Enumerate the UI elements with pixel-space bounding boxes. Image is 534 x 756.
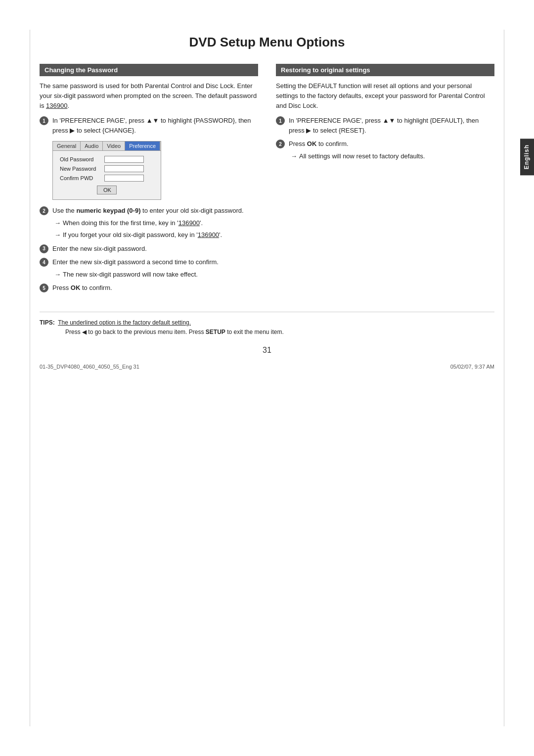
right-step-number-2: 2 [276, 140, 285, 148]
step-3-content: Enter the new six-digit password. [52, 244, 258, 254]
footer-right: 05/02/07, 9:37 AM [450, 364, 494, 370]
page-number: 31 [40, 346, 494, 355]
dvd-field-confirm-label: Confirm PWD [60, 175, 104, 181]
default-password: 136900 [46, 102, 67, 109]
dvd-ui-body: Old Password New Password Confirm PWD OK [53, 151, 161, 199]
dvd-field-new-label: New Password [60, 166, 104, 172]
tips-section: TIPS: The underlined option is the facto… [40, 312, 494, 337]
dvd-field-old-password: Old Password [60, 156, 154, 163]
arrow-symbol-4: → [291, 151, 297, 161]
dvd-tab-audio: Audio [81, 142, 103, 150]
margin-line-right [504, 30, 504, 726]
tips-label: TIPS: The underlined option is the facto… [40, 319, 191, 326]
step-4-arrow-1-text: The new six-digit password will now take… [63, 270, 198, 280]
page-footer: 01-35_DVP4080_4060_4050_55_Eng 31 05/02/… [40, 364, 494, 370]
step-4-arrow-1: → The new six-digit password will now ta… [54, 270, 258, 280]
step-number-4: 4 [40, 258, 48, 267]
right-step-2: 2 Press OK to confirm. → All settings wi… [276, 139, 494, 161]
step-2-arrow-2: → If you forget your old six-digit passw… [54, 230, 258, 240]
dvd-field-confirm-input [104, 175, 144, 182]
dvd-tabs: General Audio Video Preference [53, 142, 161, 151]
dvd-ok-button: OK [97, 186, 117, 194]
right-section-intro: Setting the DEFAULT function will reset … [276, 81, 494, 111]
right-column: Restoring to original settings Setting t… [276, 64, 494, 297]
right-step-2-arrow-text: All settings will now reset to factory d… [299, 151, 425, 161]
step-2-arrow-1-text: When doing this for the first time, key … [63, 218, 203, 228]
step-2-arrow-1: → When doing this for the first time, ke… [54, 218, 258, 228]
dvd-tab-video: Video [103, 142, 125, 150]
step-number-2: 2 [40, 206, 48, 215]
footer-left: 01-35_DVP4080_4060_4050_55_Eng 31 [40, 364, 139, 370]
step-5-content: Press OK to confirm. [52, 283, 258, 293]
step-1: 1 In 'PREFERENCE PAGE', press ▲▼ to high… [40, 116, 258, 135]
arrow-symbol-1: → [54, 218, 61, 228]
step-5: 5 Press OK to confirm. [40, 283, 258, 293]
content-columns: Changing the Password The same password … [40, 64, 494, 297]
step-number-5: 5 [40, 284, 48, 292]
dvd-field-confirm: Confirm PWD [60, 175, 154, 182]
right-step-2-content: Press OK to confirm. → All settings will… [289, 139, 494, 161]
dvd-field-new-input [104, 165, 144, 172]
dvd-field-old-label: Old Password [60, 156, 104, 162]
page-title: DVD Setup Menu Options [40, 35, 494, 50]
tips-underline: The underlined option is the factory def… [58, 319, 191, 326]
step-2-content: Use the numeric keypad (0-9) to enter yo… [52, 206, 258, 240]
step-number-1: 1 [40, 116, 48, 125]
page-container: English DVD Setup Menu Options Changing … [0, 0, 534, 756]
step-1-content: In 'PREFERENCE PAGE', press ▲▼ to highli… [52, 116, 258, 135]
dvd-field-new-password: New Password [60, 165, 154, 172]
step-4: 4 Enter the new six-digit password a sec… [40, 257, 258, 279]
arrow-symbol-3: → [54, 270, 61, 280]
step-4-content: Enter the new six-digit password a secon… [52, 257, 258, 279]
right-step-1-content: In 'PREFERENCE PAGE', press ▲▼ to highli… [289, 116, 494, 135]
margin-line-left [30, 30, 30, 726]
right-step-2-arrow: → All settings will now reset to factory… [291, 151, 494, 161]
left-column: Changing the Password The same password … [40, 64, 258, 297]
right-step-number-1: 1 [276, 116, 285, 125]
right-section-header: Restoring to original settings [276, 64, 494, 76]
dvd-tab-general: General [53, 142, 81, 150]
left-section-intro: The same password is used for both Paren… [40, 81, 258, 111]
tips-line2: Press ◀ to go back to the previous menu … [40, 329, 284, 335]
right-step-1: 1 In 'PREFERENCE PAGE', press ▲▼ to high… [276, 116, 494, 135]
arrow-symbol-2: → [54, 230, 61, 240]
step-3: 3 Enter the new six-digit password. [40, 244, 258, 254]
dvd-field-old-input [104, 156, 144, 163]
dvd-tab-preference: Preference [125, 142, 160, 150]
dvd-ui-mockup: General Audio Video Preference Old Passw… [52, 141, 161, 200]
step-2: 2 Use the numeric keypad (0-9) to enter … [40, 206, 258, 240]
step-number-3: 3 [40, 244, 48, 253]
english-tab: English [520, 139, 534, 175]
left-section-header: Changing the Password [40, 64, 258, 76]
step-2-arrow-2-text: If you forget your old six-digit passwor… [63, 230, 222, 240]
